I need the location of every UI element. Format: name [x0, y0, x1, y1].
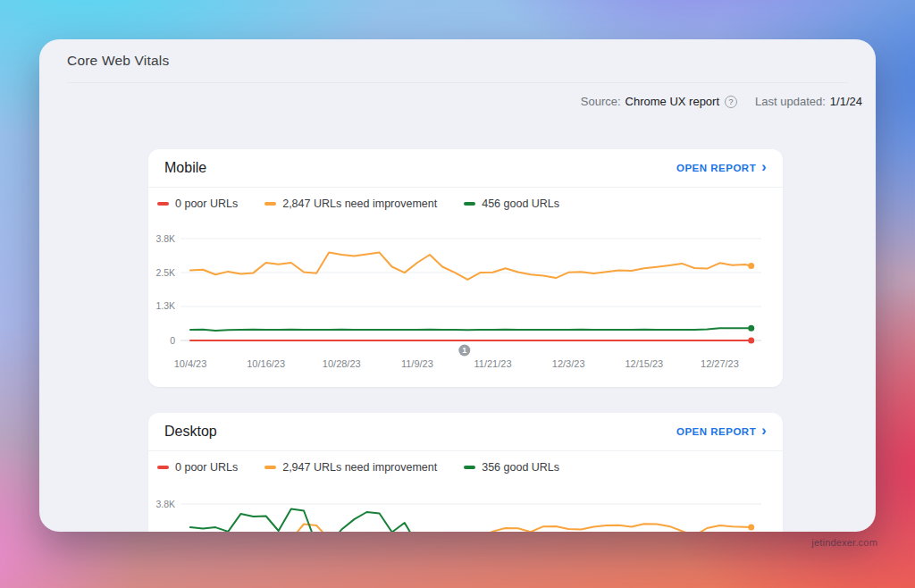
- desktop-legend: 0 poor URLs2,947 URLs need improvement35…: [157, 461, 559, 474]
- source-bar: Source: Chrome UX report ? Last updated:…: [581, 95, 862, 108]
- help-icon[interactable]: ?: [725, 96, 737, 108]
- mobile-card-header: Mobile OPEN REPORT ›: [148, 149, 783, 188]
- legend-label: 2,847 URLs need improvement: [282, 197, 437, 210]
- svg-text:1: 1: [462, 346, 466, 355]
- card-title-desktop: Desktop: [164, 424, 217, 440]
- svg-text:12/27/23: 12/27/23: [701, 358, 739, 369]
- legend-label: 2,947 URLs need improvement: [282, 461, 437, 474]
- legend-label: 0 poor URLs: [175, 461, 238, 474]
- legend-item[interactable]: 0 poor URLs: [157, 197, 238, 210]
- svg-text:1.3K: 1.3K: [155, 300, 175, 311]
- desktop-card: Desktop OPEN REPORT › 0 poor URLs2,947 U…: [148, 413, 783, 532]
- legend-item[interactable]: 2,947 URLs need improvement: [264, 461, 437, 474]
- open-report-label: OPEN REPORT: [676, 163, 756, 173]
- annotation-badge[interactable]: 1: [458, 345, 470, 357]
- legend-label: 356 good URLs: [482, 461, 559, 474]
- mobile-legend: 0 poor URLs2,847 URLs need improvement45…: [157, 197, 559, 210]
- legend-label: 456 good URLs: [482, 197, 559, 210]
- mobile-card: Mobile OPEN REPORT › 0 poor URLs2,847 UR…: [148, 149, 783, 387]
- last-updated-value: 1/1/24: [830, 95, 862, 108]
- source-value: Chrome UX report: [625, 95, 719, 108]
- watermark: jetindexer.com: [811, 537, 877, 548]
- svg-text:11/9/23: 11/9/23: [401, 358, 433, 369]
- last-updated-label: Last updated:: [755, 95, 826, 108]
- source-label: Source:: [581, 95, 621, 108]
- panel-header: Core Web Vitals: [67, 39, 848, 83]
- open-report-link-mobile[interactable]: OPEN REPORT ›: [676, 162, 767, 174]
- svg-text:3.8K: 3.8K: [155, 233, 175, 244]
- legend-dash-icon: [464, 466, 475, 469]
- legend-dash-icon: [264, 202, 276, 206]
- svg-text:10/4/23: 10/4/23: [174, 358, 207, 369]
- svg-text:3.8K: 3.8K: [155, 499, 175, 509]
- page-title: Core Web Vitals: [67, 53, 169, 69]
- svg-text:0: 0: [170, 335, 175, 346]
- legend-item[interactable]: 456 good URLs: [464, 197, 559, 210]
- legend-dash-icon: [157, 466, 169, 469]
- chevron-right-icon: ›: [761, 160, 767, 174]
- svg-text:10/16/23: 10/16/23: [247, 358, 285, 369]
- gradient-background: Core Web Vitals Source: Chrome UX report…: [0, 0, 915, 588]
- chevron-right-icon: ›: [761, 424, 767, 438]
- svg-text:2.5K: 2.5K: [155, 267, 175, 278]
- svg-text:12/15/23: 12/15/23: [625, 358, 663, 369]
- mobile-cwv-chart[interactable]: 01.3K2.5K3.8K10/4/2310/16/2310/28/2311/9…: [155, 228, 776, 380]
- open-report-link-desktop[interactable]: OPEN REPORT ›: [676, 425, 767, 438]
- legend-item[interactable]: 356 good URLs: [464, 461, 559, 474]
- desktop-cwv-chart[interactable]: 01.3K2.5K3.8K10/4/2310/16/2310/28/2311/9…: [155, 493, 776, 532]
- legend-item[interactable]: 0 poor URLs: [157, 461, 238, 474]
- legend-dash-icon: [264, 466, 276, 469]
- open-report-label: OPEN REPORT: [676, 426, 756, 437]
- legend-label: 0 poor URLs: [175, 197, 238, 210]
- legend-dash-icon: [464, 202, 475, 206]
- legend-item[interactable]: 2,847 URLs need improvement: [264, 197, 437, 210]
- card-title-mobile: Mobile: [164, 160, 206, 176]
- svg-text:12/3/23: 12/3/23: [552, 358, 585, 369]
- legend-dash-icon: [157, 202, 169, 206]
- core-web-vitals-panel: Core Web Vitals Source: Chrome UX report…: [39, 39, 876, 532]
- svg-text:10/28/23: 10/28/23: [323, 358, 361, 369]
- desktop-card-header: Desktop OPEN REPORT ›: [148, 413, 783, 451]
- svg-text:11/21/23: 11/21/23: [474, 358, 512, 369]
